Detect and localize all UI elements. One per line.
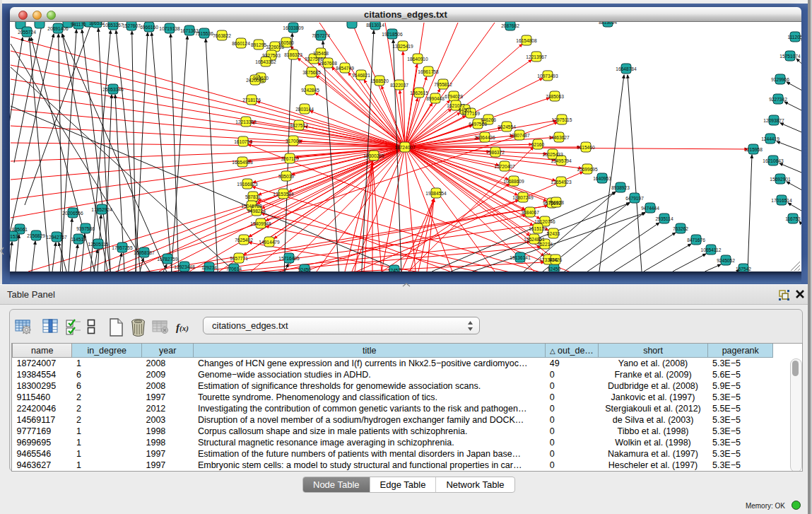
svg-text:3624554: 3624554: [498, 124, 516, 129]
svg-text:16033809: 16033809: [283, 25, 304, 30]
svg-text:14463627: 14463627: [548, 135, 570, 140]
svg-text:15720407: 15720407: [494, 164, 515, 169]
svg-text:3684067: 3684067: [521, 210, 539, 215]
svg-text:18300295: 18300295: [363, 153, 384, 158]
svg-text:7485063: 7485063: [546, 94, 564, 99]
svg-text:20364436: 20364436: [474, 135, 495, 140]
svg-text:19524851: 19524851: [524, 237, 545, 242]
svg-text:25053346: 25053346: [102, 87, 124, 92]
svg-text:8990448: 8990448: [426, 96, 445, 101]
svg-text:160580: 160580: [278, 40, 294, 45]
svg-text:3267110: 3267110: [281, 156, 299, 161]
svg-text:1615132: 1615132: [529, 226, 547, 231]
svg-text:10025433: 10025433: [542, 152, 563, 157]
svg-text:129234: 129234: [201, 265, 217, 270]
svg-text:15136141: 15136141: [510, 255, 531, 260]
svg-text:18807249: 18807249: [512, 195, 534, 200]
svg-text:1588520: 1588520: [370, 78, 389, 83]
svg-text:535039: 535039: [278, 174, 294, 179]
svg-text:2718176: 2718176: [242, 98, 261, 103]
svg-text:3875685: 3875685: [302, 70, 321, 75]
svg-text:17957255: 17957255: [112, 245, 133, 250]
svg-text:15751074: 15751074: [779, 54, 801, 59]
svg-text:2803144: 2803144: [295, 107, 314, 112]
svg-text:10719138: 10719138: [159, 26, 180, 31]
svg-text:12213967: 12213967: [526, 54, 547, 59]
svg-text:2156829: 2156829: [27, 233, 45, 238]
svg-text:10699695: 10699695: [577, 167, 598, 172]
svg-text:2935114: 2935114: [655, 216, 673, 221]
svg-text:8813014: 8813014: [366, 23, 384, 28]
svg-text:19218506: 19218506: [382, 32, 403, 37]
svg-text:17852924: 17852924: [91, 207, 112, 212]
svg-text:391531: 391531: [10, 234, 20, 239]
svg-text:8660124: 8660124: [232, 41, 250, 46]
svg-text:941170: 941170: [71, 22, 86, 27]
svg-text:13325419: 13325419: [392, 44, 413, 49]
svg-text:1362615: 1362615: [410, 90, 428, 95]
svg-text:770614: 770614: [226, 267, 242, 271]
svg-text:9474444: 9474444: [641, 206, 659, 211]
svg-text:835061: 835061: [12, 227, 28, 232]
svg-text:8427512: 8427512: [290, 123, 308, 128]
svg-text:15046788: 15046788: [241, 204, 262, 209]
svg-text:10807487: 10807487: [509, 133, 530, 138]
svg-text:7663822: 7663822: [213, 33, 231, 38]
svg-text:8938923: 8938923: [611, 185, 630, 190]
svg-text:14914479: 14914479: [259, 240, 280, 245]
svg-text:15692901: 15692901: [770, 177, 791, 182]
svg-text:12505115: 12505115: [88, 242, 109, 247]
svg-text:19166823: 19166823: [237, 182, 258, 187]
svg-text:10973493: 10973493: [537, 74, 558, 78]
svg-text:62160: 62160: [531, 142, 545, 147]
svg-text:18724007: 18724007: [394, 145, 416, 150]
svg-text:6479197: 6479197: [625, 196, 644, 201]
svg-text:167542: 167542: [736, 267, 751, 271]
svg-text:114519: 114519: [71, 237, 86, 242]
svg-text:6497568: 6497568: [469, 122, 487, 127]
svg-text:1610753: 1610753: [234, 139, 252, 144]
svg-text:12942757: 12942757: [46, 235, 67, 240]
svg-text:9777169: 9777169: [461, 111, 480, 116]
svg-text:8322037: 8322037: [390, 83, 408, 88]
svg-text:20206556: 20206556: [62, 211, 83, 216]
svg-text:8471676: 8471676: [687, 238, 705, 243]
svg-text:6966160: 6966160: [140, 25, 158, 30]
svg-text:20691406: 20691406: [47, 26, 69, 31]
svg-text:2087682: 2087682: [501, 23, 519, 28]
svg-text:252214: 252214: [537, 242, 553, 247]
svg-text:111205: 111205: [787, 35, 801, 40]
svg-text:6794028: 6794028: [445, 94, 463, 99]
svg-text:16961758: 16961758: [418, 69, 439, 74]
svg-text:763262: 763262: [673, 226, 688, 231]
svg-text:9242845: 9242845: [301, 88, 319, 93]
svg-text:16648784: 16648784: [616, 66, 637, 71]
svg-text:15716485: 15716485: [278, 256, 300, 261]
svg-text:9498224: 9498224: [247, 209, 266, 214]
svg-text:52433: 52433: [547, 231, 560, 236]
svg-text:9227342: 9227342: [769, 97, 787, 102]
svg-text:13495794: 13495794: [551, 158, 572, 163]
svg-text:15409948: 15409948: [250, 221, 271, 226]
svg-text:9397586: 9397586: [76, 226, 95, 231]
svg-text:13654923: 13654923: [551, 180, 572, 185]
svg-text:9457771: 9457771: [230, 256, 248, 261]
svg-text:8186323: 8186323: [284, 52, 302, 57]
svg-text:587831: 587831: [245, 194, 261, 199]
svg-text:16210643: 16210643: [763, 158, 784, 163]
svg-text:3226058: 3226058: [266, 45, 284, 49]
svg-text:9129966: 9129966: [771, 77, 789, 82]
svg-text:891295: 891295: [251, 42, 266, 47]
svg-text:13153584: 13153584: [273, 192, 294, 197]
svg-text:12093877: 12093877: [763, 118, 784, 123]
svg-text:317006: 317006: [286, 139, 301, 144]
svg-text:7515536: 7515536: [195, 31, 213, 36]
svg-text:16958187: 16958187: [134, 250, 155, 255]
svg-text:7625402: 7625402: [235, 238, 253, 243]
svg-text:10654112: 10654112: [701, 247, 722, 252]
svg-text:9115460: 9115460: [577, 145, 595, 150]
svg-text:116753: 116753: [785, 216, 801, 221]
svg-text:16543362: 16543362: [255, 59, 276, 64]
svg-text:12923448: 12923448: [174, 264, 195, 269]
svg-text:18120746: 18120746: [534, 219, 555, 224]
